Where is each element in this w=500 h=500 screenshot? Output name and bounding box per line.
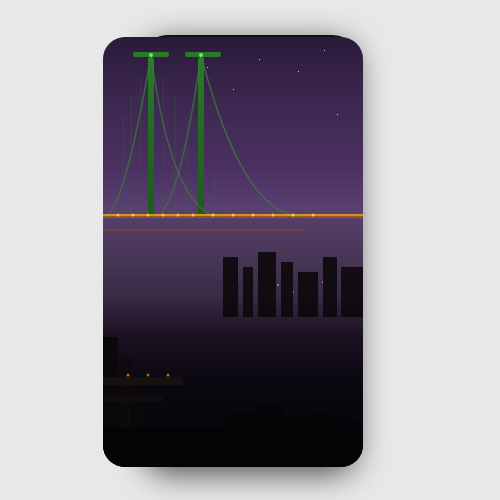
mail-icon: M — [166, 161, 184, 179]
list-item[interactable]: ✉ Marcia Mari You're Invited:... — [162, 250, 338, 282]
key[interactable] — [267, 393, 283, 403]
status-left: N 8 — [166, 70, 190, 78]
msg-sender: Trevor Cam — [188, 336, 334, 345]
time-display: 11:35 — [316, 71, 334, 78]
phone-bottom-area: ◆ BlackBerry — [147, 375, 353, 463]
phone-device: N 8 11:35 BlackBerry Hub Wednesday, Marc… — [145, 35, 355, 465]
key[interactable] — [233, 393, 249, 403]
led-indicator — [330, 49, 335, 54]
key[interactable] — [233, 381, 249, 391]
msg-sender: Review Q2 S — [188, 226, 334, 235]
key[interactable] — [296, 405, 312, 415]
list-item[interactable]: A Annie Matt We still on... — [162, 122, 338, 154]
msg-preview: We still on... — [188, 139, 334, 146]
key[interactable] — [199, 381, 215, 391]
list-item[interactable]: ✓ Stephan Bu Hope your pres... — [162, 282, 338, 314]
speaker-grille — [181, 49, 321, 53]
signal-bar-3 — [172, 71, 174, 78]
key[interactable] — [267, 381, 283, 391]
key[interactable] — [220, 417, 280, 427]
svg-point-11 — [117, 214, 120, 217]
phone-screen: N 8 11:35 BlackBerry Hub Wednesday, Marc… — [161, 65, 339, 375]
msg-sender: Marcia Mari — [188, 258, 334, 267]
list-item[interactable]: A Annie Matt Dinner plans... — [162, 360, 338, 375]
key[interactable] — [182, 393, 198, 403]
msg-sender: Melissa Dav — [188, 162, 334, 171]
key[interactable] — [170, 405, 186, 415]
bridge-tower-left — [148, 57, 154, 217]
key[interactable] — [165, 393, 181, 403]
key[interactable] — [204, 405, 220, 415]
camera-area — [165, 47, 173, 55]
list-item[interactable]: t Trevor Cam 3 down, 2 to go... — [162, 328, 338, 360]
signal-bar-1 — [166, 75, 168, 78]
msg-preview: Ski Resort Detail... — [188, 203, 334, 210]
key[interactable] — [216, 393, 232, 403]
calendar-icon: 📅 — [166, 225, 184, 243]
msg-content: Review Q2 S Conference Cal... — [188, 226, 334, 242]
facebook-icon: f — [166, 193, 184, 211]
key[interactable] — [221, 405, 237, 415]
key[interactable] — [313, 405, 329, 415]
svg-point-13 — [147, 214, 150, 217]
msg-sender: Stephan Bu — [188, 290, 334, 299]
email-icon-2: A — [166, 367, 184, 376]
msg-preview: Hope your pres... — [188, 299, 334, 306]
key[interactable] — [301, 393, 317, 403]
key[interactable] — [187, 405, 203, 415]
key[interactable] — [284, 381, 300, 391]
key[interactable] — [250, 381, 266, 391]
msg-content: Melissa Dav Project Brief R... — [188, 162, 334, 178]
app-header: BlackBerry Hub — [162, 82, 338, 108]
camera-dot — [165, 47, 173, 55]
list-item[interactable]: M Melissa Dav Project Brief R... — [162, 154, 338, 186]
keyboard — [157, 381, 342, 427]
twitter-icon: t — [166, 335, 184, 353]
svg-point-30 — [127, 374, 130, 377]
svg-rect-27 — [133, 387, 141, 467]
phone-top-strip — [157, 37, 342, 65]
svg-point-23 — [149, 53, 153, 57]
key[interactable] — [238, 405, 278, 415]
msg-preview: Project Brief R... — [188, 171, 334, 178]
key[interactable] — [281, 417, 311, 427]
key[interactable] — [301, 381, 317, 391]
key[interactable] — [182, 381, 198, 391]
svg-rect-25 — [103, 337, 118, 467]
signal-bar-2 — [169, 73, 171, 78]
key[interactable] — [279, 405, 295, 415]
key[interactable] — [216, 381, 232, 391]
msg-sender: Hisham Ath — [188, 194, 334, 203]
svg-rect-26 — [121, 357, 131, 467]
key[interactable] — [165, 381, 181, 391]
checkmark-icon: ✓ — [166, 289, 184, 307]
email-icon: A — [166, 129, 184, 147]
msg-sender: Annie Matt — [188, 130, 334, 139]
msg-content: Annie Matt We still on... — [188, 130, 334, 146]
brand-logo: ◆ BlackBerry — [222, 435, 278, 444]
key[interactable] — [284, 393, 300, 403]
list-item[interactable]: f Hisham Ath Ski Resort Detail... — [162, 186, 338, 218]
msg-preview: 3 down, 2 to go... — [188, 345, 334, 352]
envelope-icon: ✉ — [166, 257, 184, 275]
date-separator-wed: Wednesday, March 6 — [162, 108, 338, 122]
carrier-label: N 8 — [179, 71, 190, 78]
msg-preview: You're Invited:... — [188, 267, 334, 274]
signal-bar-4 — [175, 69, 177, 78]
list-item[interactable]: 📅 Review Q2 S Conference Cal... — [162, 218, 338, 250]
date-separator-tue: Tuesday, March 5 — [162, 314, 338, 328]
key-row-2 — [157, 393, 342, 403]
key[interactable] — [189, 417, 219, 427]
signal-bars — [166, 70, 177, 78]
key[interactable] — [250, 393, 266, 403]
svg-point-12 — [132, 214, 135, 217]
key[interactable] — [318, 393, 334, 403]
key[interactable] — [199, 393, 215, 403]
key[interactable] — [318, 381, 334, 391]
msg-content: Stephan Bu Hope your pres... — [188, 290, 334, 306]
msg-content: Trevor Cam 3 down, 2 to go... — [188, 336, 334, 352]
msg-preview: Conference Cal... — [188, 235, 334, 242]
msg-content: Marcia Mari You're Invited:... — [188, 258, 334, 274]
key-row-3 — [157, 405, 342, 415]
brand-strip: ◆ BlackBerry — [157, 431, 342, 447]
